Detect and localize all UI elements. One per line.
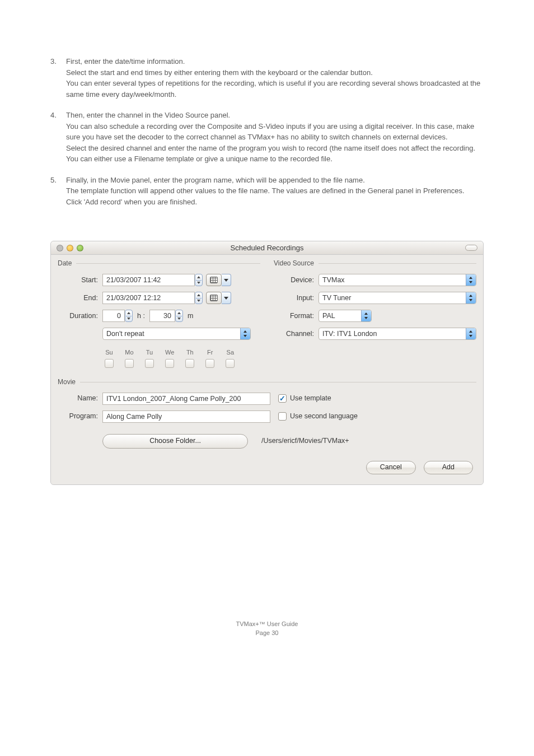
start-calendar-menu[interactable] [222,274,231,286]
add-button[interactable]: Add [424,461,473,474]
day-label: Tu [146,348,153,357]
program-label: Program: [58,411,102,422]
day-label: Th [186,348,194,357]
choose-folder-button[interactable]: Choose Folder... [102,434,248,449]
toolbar-toggle-icon[interactable] [465,245,477,251]
duration-minutes-stepper[interactable] [175,310,183,322]
select-arrows-icon [361,310,371,321]
window-title: Scheduled Recordings [51,242,483,254]
channel-value: ITV: ITV1 London [319,329,466,339]
footer-title: TVMax+™ User Guide [50,619,484,629]
select-arrows-icon [466,328,476,339]
use-template-checkbox[interactable] [278,394,287,403]
section-movie-label: Movie [58,377,76,387]
use-template-label: Use template [290,393,331,404]
section-date-label: Date [58,258,72,268]
hours-suffix: h : [137,311,145,321]
instruction-text: Finally, in the Movie panel, enter the p… [66,175,465,208]
page-footer: TVMax+™ User Guide Page 30 [50,619,484,638]
cancel-button[interactable]: Cancel [366,461,416,474]
instruction-item: 4. Then, enter the channel in the Video … [50,110,484,165]
day-toggle-su[interactable] [105,359,114,368]
channel-select[interactable]: ITV: ITV1 London [318,328,476,340]
day-label: Sa [227,348,234,357]
day-label: Su [105,348,113,357]
start-stepper[interactable] [195,274,203,286]
end-stepper[interactable] [195,292,203,304]
instruction-text: Then, enter the channel in the Video Sou… [66,110,484,165]
folder-path: /Users/ericf/Movies/TVMax+ [261,436,349,446]
traffic-lights [51,245,83,251]
day-label: Mo [125,348,133,357]
instruction-number: 3. [50,56,66,100]
select-arrows-icon [466,274,476,286]
minimize-icon[interactable] [67,245,73,251]
scheduled-recordings-window: Scheduled Recordings Date Start: End: [50,241,484,485]
select-arrows-icon [466,292,476,304]
duration-label: Duration: [58,311,102,321]
close-icon[interactable] [57,245,63,251]
channel-label: Channel: [274,329,318,339]
input-value: TV Tuner [319,293,466,304]
start-calendar-button[interactable] [206,274,222,286]
instruction-list: 3. First, enter the date/time informatio… [50,56,484,207]
calendar-icon [210,277,218,283]
name-input[interactable] [102,393,270,405]
day-label: We [165,348,174,357]
device-value: TVMax [319,275,466,286]
end-calendar-button[interactable] [206,292,222,304]
name-label: Name: [58,393,102,404]
format-label: Format: [274,311,318,321]
duration-minutes-input[interactable] [149,310,175,322]
duration-hours-stepper[interactable] [125,310,133,322]
repeat-select[interactable]: Don't repeat [102,328,251,340]
format-value: PAL [319,311,361,321]
device-label: Device: [274,275,318,286]
day-toggle-fr[interactable] [205,359,214,368]
second-language-label: Use second language [290,411,358,422]
program-input[interactable] [102,410,270,423]
instruction-number: 4. [50,110,66,165]
end-calendar-menu[interactable] [222,292,231,304]
duration-hours-input[interactable] [102,310,125,322]
footer-page: Page 30 [50,628,484,638]
window-titlebar[interactable]: Scheduled Recordings [51,241,483,255]
day-toggle-sa[interactable] [226,359,235,368]
calendar-icon [210,295,218,301]
device-select[interactable]: TVMax [318,274,476,286]
zoom-icon[interactable] [77,245,83,251]
select-arrows-icon [240,328,250,339]
start-label: Start: [58,275,102,286]
day-toggle-tu[interactable] [145,359,154,368]
input-select[interactable]: TV Tuner [318,292,476,304]
end-label: End: [58,293,102,304]
section-video-source-label: Video Source [274,258,314,268]
instruction-number: 5. [50,175,66,208]
instruction-item: 5. Finally, in the Movie panel, enter th… [50,175,484,208]
instruction-item: 3. First, enter the date/time informatio… [50,56,484,100]
section-movie: Movie [58,377,476,387]
section-video-source: Video Source [274,258,476,268]
day-toggle-th[interactable] [185,359,194,368]
start-input[interactable] [102,274,195,286]
day-toggle-we[interactable] [165,359,174,368]
day-selector: Su Mo Tu We Th Fr Sa [102,348,235,368]
format-select[interactable]: PAL [318,310,372,322]
repeat-value: Don't repeat [103,329,240,339]
instruction-text: First, enter the date/time information. … [66,56,484,100]
section-date: Date [58,258,260,268]
day-label: Fr [207,348,213,357]
minutes-suffix: m [188,311,193,321]
end-input[interactable] [102,292,195,304]
input-label: Input: [274,293,318,304]
second-language-checkbox[interactable] [278,412,287,421]
day-toggle-mo[interactable] [125,359,134,368]
